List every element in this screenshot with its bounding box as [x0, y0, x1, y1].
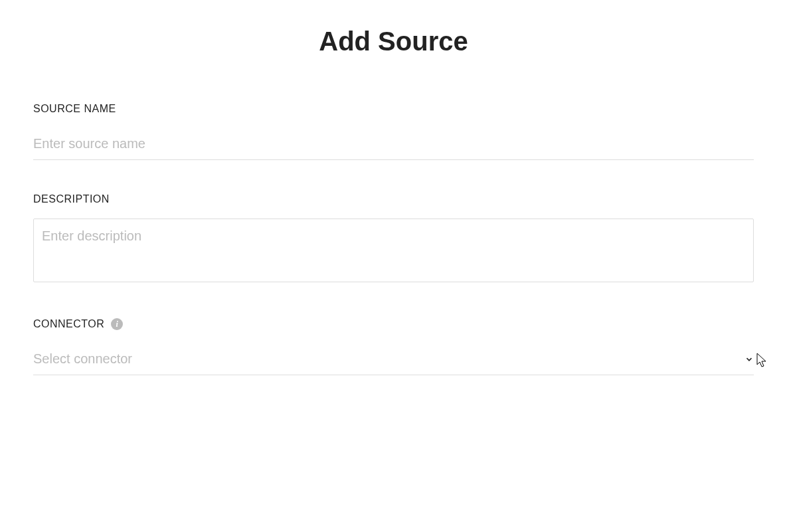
form-container: Add Source SOURCE NAME DESCRIPTION CONNE…: [0, 0, 787, 435]
source-name-input[interactable]: [33, 128, 754, 160]
connector-label: CONNECTOR i: [33, 318, 754, 330]
description-group: DESCRIPTION: [33, 193, 754, 285]
description-input[interactable]: [33, 219, 754, 282]
description-label: DESCRIPTION: [33, 193, 754, 205]
connector-group: CONNECTOR i Select connector: [33, 318, 754, 375]
connector-placeholder: Select connector: [33, 351, 132, 367]
chevron-down-icon: [744, 355, 754, 364]
source-name-group: SOURCE NAME: [33, 103, 754, 160]
connector-label-text: CONNECTOR: [33, 318, 104, 330]
page-title: Add Source: [33, 27, 754, 56]
source-name-label: SOURCE NAME: [33, 103, 754, 115]
connector-select[interactable]: Select connector: [33, 343, 754, 375]
info-icon[interactable]: i: [111, 318, 123, 330]
